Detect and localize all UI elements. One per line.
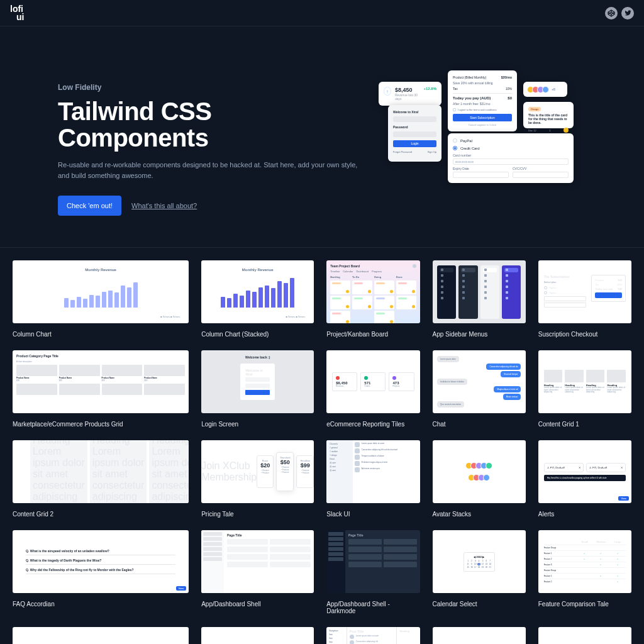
- thumb[interactable]: PKzzaItem SW/VolItem XLItem: [201, 627, 314, 644]
- thumb[interactable]: [433, 440, 526, 503]
- card-title: Pricing Tale: [201, 511, 314, 518]
- card-sidebar-menus: App Sidebar Menus: [433, 260, 526, 338]
- hero-actions: Check 'em out! What's this all about?: [58, 196, 366, 216]
- card-title: Content Grid 2: [13, 511, 189, 518]
- thumb[interactable]: [433, 627, 526, 644]
- card-title: Login Screen: [201, 421, 314, 428]
- thumb[interactable]: HeadingLorem ipsum dolor sit amet consec…: [13, 440, 189, 503]
- card-title: Content Grid 1: [538, 421, 631, 428]
- thumb[interactable]: [433, 260, 526, 323]
- mockup-payment-card: PayPal Credit Card Card number 0000 0000…: [448, 133, 574, 183]
- card-blog-layout: NavigationItemItemItemItem Post Title Lo…: [326, 627, 419, 644]
- card-products-grid: Product Category Page Title A short desc…: [13, 350, 189, 428]
- header: lofi ui: [0, 0, 644, 26]
- codepen-icon[interactable]: [605, 7, 618, 19]
- card-title: Avatar Stacks: [433, 511, 526, 518]
- thumb[interactable]: NavigationItemItemItemItem Post Title Lo…: [326, 627, 419, 644]
- card-title: Marketplace/eCommerce Products Grid: [13, 421, 189, 428]
- thumb[interactable]: Monthly Revenue ■ Series ■ Series: [201, 260, 314, 323]
- card-column-chart: Monthly Revenue ■ Series ■ Series Column…: [13, 260, 189, 338]
- card-content-grid-1: HeadingLorem ipsum dolor sit amet consec…: [538, 350, 631, 428]
- card-title: Chat: [433, 421, 526, 428]
- mockup-stat-card: ↑ $8,450 Revenue last 30 days +12.8%: [379, 82, 441, 106]
- hero-title: Tailwind CSS Components: [58, 98, 366, 151]
- hero-mockups: ↑ $8,450 Revenue last 30 days +12.8% Wel…: [385, 70, 586, 216]
- card-feature-comparison: SmallMediumLarge Feature Group Feature 1…: [538, 530, 631, 614]
- card-chat: Lorem ipsum dolor Consectetur adipiscing…: [433, 350, 526, 428]
- mockup-login-card: Welcome to Xtra! Password Login Forgot P…: [388, 105, 441, 162]
- card-title: Column Chart: [13, 331, 189, 338]
- card-title: Alerts: [538, 511, 631, 518]
- thumb[interactable]: HeadingLorem ipsum dolor sit amet consec…: [538, 350, 631, 413]
- card-title: Column Chart (Stacked): [201, 331, 314, 338]
- arrow-up-icon: ↑: [384, 87, 391, 96]
- card-alerts: ⚠ FYI, Draft-off✕ ⚠ FYI, Draft-off✕ Hey …: [538, 440, 631, 518]
- header-icons: [605, 7, 634, 19]
- card-title: App/Dashboard Shell: [201, 601, 314, 608]
- thumb[interactable]: Welcome back :) Welcome to Xtra!: [201, 350, 314, 413]
- hero-content: Low Fidelity Tailwind CSS Components Re-…: [58, 70, 366, 216]
- thumb[interactable]: Team Project Board TimelineCalendarDashb…: [326, 260, 419, 323]
- cta-button[interactable]: Check 'em out!: [58, 196, 121, 216]
- card-title: App Sidebar Menus: [433, 331, 526, 338]
- card-checkout: The Subscription Select plan Option Opti…: [538, 260, 631, 338]
- card-pricing: Join XClub Membership Basic$20• Feature•…: [201, 440, 314, 518]
- card-title: Slack UI: [326, 511, 419, 518]
- card-title: FAQ Accordian: [13, 601, 189, 608]
- card-title: Feature Comparison Tale: [538, 601, 631, 608]
- card-title: Calendar Select: [433, 601, 526, 608]
- thumb[interactable]: Q. What is the airspeed velocity of an u…: [13, 530, 189, 593]
- card-dashboard-shell: Page Title App/Dashboard Shell: [201, 530, 314, 614]
- thumb[interactable]: Heading One Heading Two Heading Three: [13, 627, 189, 644]
- thumb[interactable]: ⚠ FYI, Draft-off✕ ⚠ FYI, Draft-off✕ Hey …: [538, 440, 631, 503]
- logo[interactable]: lofi ui: [10, 5, 24, 21]
- mockup-pricing-card: Product (Billed Monthly)$20/mo Save 20% …: [448, 70, 517, 131]
- card-kanban: Team Project Board TimelineCalendarDashb…: [326, 260, 419, 338]
- card-title: Suscription Checkout: [538, 331, 631, 338]
- card-avatar-stacks: Avatar Stacks: [433, 440, 526, 518]
- card-calendar: ◀ 2022 ▶ 1234567 891011121314 1516171819…: [433, 530, 526, 614]
- hero-description: Re-usable and re-workable components des…: [58, 160, 366, 180]
- card-gantt: WeekMonthYear: [538, 627, 631, 644]
- card-table: Heading One Heading Two Heading Three: [13, 627, 189, 644]
- card-title: Project/Kanban Board: [326, 331, 419, 338]
- card-loading: [433, 627, 526, 644]
- card-faq: Q. What is the airspeed velocity of an u…: [13, 530, 189, 614]
- thumb[interactable]: Page Title: [326, 530, 419, 593]
- about-link[interactable]: What's this all about?: [131, 202, 197, 209]
- card-dashboard-shell-dark: Page Title App/Dashboard Shell - Darkmod…: [326, 530, 419, 614]
- thumb[interactable]: Lorem ipsum dolor Consectetur adipiscing…: [433, 350, 526, 413]
- thumb[interactable]: Page Title: [201, 530, 314, 593]
- eyebrow: Low Fidelity: [58, 83, 366, 92]
- thumb[interactable]: SmallMediumLarge Feature Group Feature 1…: [538, 530, 631, 593]
- card-content-grid-2: HeadingLorem ipsum dolor sit amet consec…: [13, 440, 189, 518]
- thumb[interactable]: Product Category Page Title A short desc…: [13, 350, 189, 413]
- card-reporting-tiles: $6,450Revenue 571Orders 473Projects eCom…: [326, 350, 419, 428]
- mockup-avatars-card: +8: [523, 82, 567, 97]
- hero: Low Fidelity Tailwind CSS Components Re-…: [58, 26, 586, 247]
- thumb[interactable]: ◀ 2022 ▶ 1234567 891011121314 1516171819…: [433, 530, 526, 593]
- card-column-chart-stacked: Monthly Revenue ■ Series ■ Series Column…: [201, 260, 314, 338]
- thumb[interactable]: $6,450Revenue 571Orders 473Projects: [326, 350, 419, 413]
- card-title: eCommerce Reporting Tiles: [326, 421, 419, 428]
- thumb[interactable]: Join XClub Membership Basic$20• Feature•…: [201, 440, 314, 503]
- twitter-icon[interactable]: [621, 7, 634, 19]
- card-slack: Channels# general# random# designDirect@…: [326, 440, 419, 518]
- thumb[interactable]: Channels# general# random# designDirect@…: [326, 440, 419, 503]
- card-title: App/Dashboard Shell - Darkmode: [326, 601, 419, 614]
- thumb[interactable]: WeekMonthYear: [538, 627, 631, 644]
- card-login: Welcome back :) Welcome to Xtra! Login S…: [201, 350, 314, 428]
- component-grid: Monthly Revenue ■ Series ■ Series Column…: [0, 248, 644, 644]
- card-table-2: PKzzaItem SW/VolItem XLItem: [201, 627, 314, 644]
- mockup-task-card: Design This is the title of the card for…: [523, 102, 574, 128]
- thumb[interactable]: The Subscription Select plan Option Opti…: [538, 260, 631, 323]
- thumb[interactable]: Monthly Revenue ■ Series ■ Series: [13, 260, 189, 323]
